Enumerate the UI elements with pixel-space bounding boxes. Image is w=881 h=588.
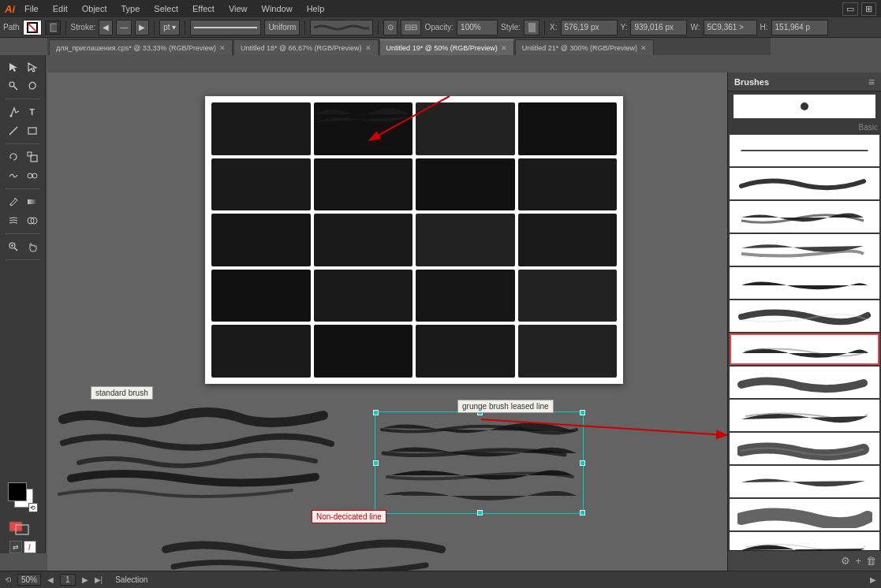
tab-1-close[interactable]: ✕ <box>365 44 371 52</box>
brush-item-4[interactable] <box>730 234 879 266</box>
brush-item-10[interactable] <box>730 433 879 464</box>
reset-colors[interactable]: ⟲ <box>28 503 38 512</box>
brush-options-btn[interactable]: ⚙ <box>841 555 850 567</box>
menu-view[interactable]: View <box>226 2 251 15</box>
menu-help[interactable]: Help <box>304 2 328 15</box>
separator-6 <box>544 20 545 35</box>
brush-item-12[interactable] <box>730 499 879 530</box>
tab-0[interactable]: для_приглашения.cps* @ 33,33% (RGB/Previ… <box>49 39 233 55</box>
pen-tool[interactable] <box>5 103 22 121</box>
select-tool[interactable] <box>5 58 22 76</box>
stroke-box[interactable] <box>45 20 61 35</box>
h-value[interactable]: 151,964 p <box>771 20 828 35</box>
direct-select-tool[interactable] <box>24 58 41 76</box>
menu-edit[interactable]: Edit <box>50 2 71 15</box>
rectangle-tool[interactable] <box>24 122 41 140</box>
zoom-display[interactable]: 50% <box>17 574 41 586</box>
delete-brush-btn[interactable]: 🗑 <box>866 555 876 567</box>
grunge-brush-area <box>375 411 584 514</box>
tab-2-close[interactable]: ✕ <box>501 44 507 52</box>
tile-icon[interactable]: ⊞ <box>861 2 876 16</box>
brush-item-9[interactable] <box>730 400 879 431</box>
swap-colors-btn[interactable]: ⇄ <box>9 541 22 553</box>
brushes-content[interactable] <box>728 133 881 588</box>
stroke-arrow-left[interactable]: ◀ <box>99 20 113 35</box>
menu-bar[interactable]: File Edit Object Type Select Effect View… <box>21 2 327 15</box>
w-value[interactable]: 5C9,361 > <box>704 20 757 35</box>
brush-dropdown[interactable] <box>310 20 373 35</box>
x-value[interactable]: 576,19 px <box>561 20 618 35</box>
mesh-tool[interactable] <box>5 212 22 229</box>
new-brush-btn[interactable]: + <box>855 555 861 567</box>
arrange-icon[interactable]: ▭ <box>842 2 858 16</box>
brush-cell-8 <box>518 158 618 211</box>
last-page-btn[interactable]: ▶| <box>95 575 103 584</box>
window-controls[interactable]: ▭ ⊞ <box>842 2 876 16</box>
brush-item-8[interactable] <box>730 367 879 398</box>
brush-item-2[interactable] <box>730 168 879 199</box>
magic-wand-tool[interactable] <box>5 77 22 95</box>
style-box[interactable] <box>524 20 539 35</box>
opacity-value[interactable]: 100% <box>457 20 498 35</box>
brush-cell-15 <box>416 270 515 322</box>
brush-item-5[interactable] <box>730 267 879 299</box>
blend-tool[interactable] <box>24 167 41 184</box>
tool-row-rotate <box>5 148 41 166</box>
gradient-tool[interactable] <box>24 193 41 210</box>
warp-tool[interactable] <box>5 167 22 184</box>
tab-0-close[interactable]: ✕ <box>219 44 226 52</box>
hand-tool[interactable] <box>24 238 41 255</box>
uniform-dropdown[interactable]: Uniform <box>264 20 300 35</box>
tab-3[interactable]: Untitled 21* @ 300% (RGB/Preview) ✕ <box>515 39 654 55</box>
brush-strokes-grid <box>205 96 623 384</box>
eyedropper-tool[interactable] <box>5 193 22 210</box>
menu-window[interactable]: Window <box>259 2 296 15</box>
grunge-brush-label: grunge brush leased line <box>457 400 554 413</box>
brush-item-6[interactable] <box>730 300 879 332</box>
menu-effect[interactable]: Effect <box>189 2 218 15</box>
foreground-color-swatch[interactable] <box>8 482 27 501</box>
menu-object[interactable]: Object <box>79 2 110 15</box>
tab-2[interactable]: Untitled 19* @ 50% (RGB/Preview) ✕ <box>379 39 514 55</box>
sel-handle-br <box>580 510 585 515</box>
menu-type[interactable]: Type <box>118 2 144 15</box>
icon-btn-1[interactable]: ⊙ <box>383 20 398 35</box>
stroke-color[interactable] <box>23 20 42 35</box>
menu-select[interactable]: Select <box>151 2 181 15</box>
stroke-value: — <box>116 20 132 35</box>
variable-width[interactable]: ⊟⊟ <box>401 20 421 35</box>
none-swap-btns[interactable]: ⇄ / <box>9 541 36 553</box>
shape-builder-tool[interactable] <box>24 212 41 229</box>
brush-cell-4 <box>518 102 618 155</box>
title-bar: Ai File Edit Object Type Select Effect V… <box>0 0 881 17</box>
brush-cell-10 <box>314 214 413 266</box>
stroke-fill-indicator[interactable]: stroke <box>8 520 38 536</box>
zoom-tool[interactable] <box>5 238 22 255</box>
tab-3-close[interactable]: ✕ <box>640 44 647 52</box>
brush-item-7-selected[interactable] <box>730 333 879 365</box>
svg-line-1 <box>28 23 37 32</box>
tab-1[interactable]: Untitled 18* @ 66,67% (RGB/Preview) ✕ <box>233 39 379 55</box>
prev-page-btn[interactable]: ◀ <box>47 575 54 584</box>
brush-item-11[interactable] <box>730 466 879 497</box>
brush-item-1[interactable] <box>730 135 879 166</box>
lasso-tool[interactable] <box>24 77 41 95</box>
rotate-left-btn[interactable]: ⟲ <box>5 575 11 584</box>
brushes-panel-menu-btn[interactable]: ≡ <box>868 76 875 88</box>
artboard-nav-btn[interactable]: ▶ <box>870 575 876 584</box>
line-tool[interactable] <box>5 122 22 140</box>
brush-item-3[interactable] <box>730 201 879 233</box>
rotate-tool[interactable] <box>5 148 22 166</box>
color-swatches[interactable]: ⟲ <box>8 482 38 512</box>
menu-file[interactable]: File <box>21 2 42 15</box>
next-page-btn[interactable]: ▶ <box>82 575 88 584</box>
none-btn[interactable]: / <box>24 541 36 553</box>
scale-tool[interactable] <box>24 148 41 166</box>
y-value[interactable]: 939,016 px <box>630 20 687 35</box>
stroke-arrow-right[interactable]: ▶ <box>135 20 149 35</box>
brush-dot-preview[interactable] <box>734 95 875 118</box>
pt-dropdown[interactable]: pt ▾ <box>159 20 180 35</box>
tool-sep-3 <box>6 188 40 189</box>
stroke-line[interactable] <box>190 20 261 35</box>
type-tool[interactable]: T <box>24 103 41 121</box>
